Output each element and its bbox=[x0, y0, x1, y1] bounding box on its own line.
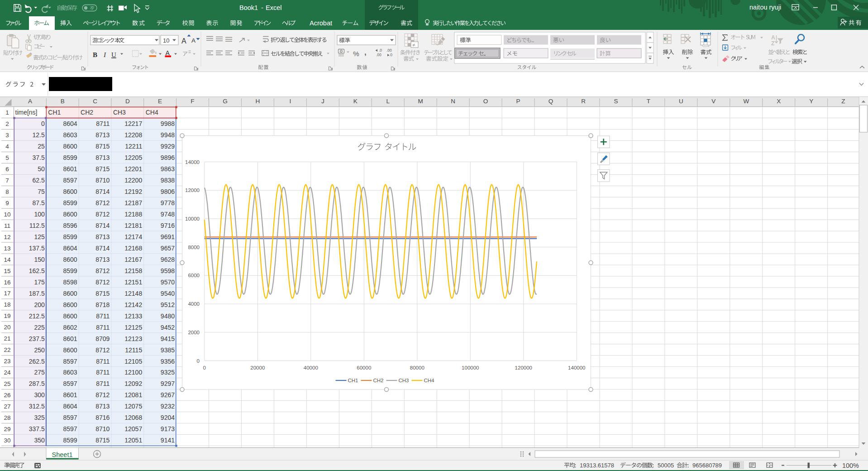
svg-text:12092: 12092 bbox=[124, 380, 142, 387]
svg-text:E: E bbox=[158, 98, 162, 105]
svg-text:8: 8 bbox=[5, 188, 9, 195]
svg-text:8713: 8713 bbox=[95, 233, 110, 240]
svg-text:8599: 8599 bbox=[63, 267, 77, 274]
svg-text:16: 16 bbox=[4, 279, 10, 286]
svg-text:A: A bbox=[191, 37, 196, 44]
svg-text:50: 50 bbox=[38, 165, 45, 173]
svg-text:H: H bbox=[256, 98, 260, 105]
svg-text:225: 225 bbox=[34, 324, 45, 331]
svg-text:M: M bbox=[418, 98, 423, 105]
svg-text:12142: 12142 bbox=[124, 301, 142, 308]
svg-text:12200: 12200 bbox=[124, 177, 142, 184]
svg-text:9: 9 bbox=[5, 200, 9, 207]
svg-text:100: 100 bbox=[34, 211, 45, 218]
svg-text:12.5: 12.5 bbox=[33, 131, 45, 139]
svg-text:12081: 12081 bbox=[124, 391, 142, 399]
svg-text:6: 6 bbox=[5, 166, 9, 173]
svg-text:12168: 12168 bbox=[124, 245, 142, 252]
svg-text:12: 12 bbox=[4, 234, 10, 240]
svg-text:8715: 8715 bbox=[95, 165, 110, 173]
svg-text:8601: 8601 bbox=[63, 391, 77, 399]
svg-text:325: 325 bbox=[34, 414, 45, 421]
svg-text:N: N bbox=[451, 98, 455, 105]
svg-text:7: 7 bbox=[5, 177, 9, 184]
svg-text:9863: 9863 bbox=[161, 165, 175, 173]
svg-text:80000: 80000 bbox=[410, 365, 424, 370]
svg-text:8712: 8712 bbox=[95, 279, 110, 286]
svg-text:12192: 12192 bbox=[124, 188, 142, 195]
svg-text:L: L bbox=[386, 98, 390, 105]
svg-text:CH3: CH3 bbox=[113, 109, 126, 116]
svg-text:CH4: CH4 bbox=[424, 378, 435, 383]
svg-text:9204: 9204 bbox=[161, 414, 175, 421]
svg-text:8604: 8604 bbox=[63, 245, 77, 252]
svg-text:8596: 8596 bbox=[63, 222, 77, 229]
svg-text:≠: ≠ bbox=[413, 42, 415, 48]
svg-text:37.5: 37.5 bbox=[33, 154, 45, 161]
svg-text:6000: 6000 bbox=[188, 273, 200, 278]
svg-text:time[ns]: time[ns] bbox=[15, 109, 38, 116]
svg-text:12051: 12051 bbox=[124, 437, 142, 444]
svg-text:U: U bbox=[679, 98, 683, 105]
svg-text:8604: 8604 bbox=[63, 120, 77, 127]
svg-text:20: 20 bbox=[4, 324, 10, 331]
svg-text:Z: Z bbox=[841, 98, 845, 105]
svg-text:8597: 8597 bbox=[63, 380, 77, 387]
svg-text:9948: 9948 bbox=[161, 131, 175, 139]
svg-text:140000: 140000 bbox=[568, 365, 585, 370]
svg-text:12000: 12000 bbox=[185, 187, 200, 193]
svg-text:350: 350 bbox=[34, 437, 45, 444]
svg-text:8712: 8712 bbox=[95, 211, 110, 218]
svg-text:9929: 9929 bbox=[161, 143, 175, 150]
svg-text:8714: 8714 bbox=[95, 222, 110, 229]
svg-text:B: B bbox=[93, 51, 97, 58]
svg-text:8711: 8711 bbox=[96, 312, 110, 320]
svg-text:X: X bbox=[777, 98, 781, 105]
svg-text:Book1: Book1 bbox=[239, 4, 258, 11]
svg-text:8713: 8713 bbox=[95, 131, 110, 139]
svg-text:9988: 9988 bbox=[161, 120, 175, 127]
svg-text:150: 150 bbox=[34, 256, 45, 263]
svg-text:9141: 9141 bbox=[161, 437, 175, 444]
svg-text:9691: 9691 bbox=[161, 233, 175, 240]
svg-text:8712: 8712 bbox=[95, 199, 110, 207]
svg-text:8600: 8600 bbox=[63, 312, 77, 320]
svg-text:287.5: 287.5 bbox=[29, 380, 45, 387]
svg-text:9540: 9540 bbox=[161, 290, 175, 297]
svg-text:40000: 40000 bbox=[304, 365, 318, 370]
svg-text:312.5: 312.5 bbox=[29, 403, 45, 410]
svg-text:17: 17 bbox=[4, 290, 10, 297]
svg-text:4: 4 bbox=[5, 143, 9, 150]
svg-text:12158: 12158 bbox=[124, 267, 142, 274]
svg-text:30: 30 bbox=[4, 437, 10, 444]
svg-text:8599: 8599 bbox=[63, 233, 77, 240]
svg-text:8710: 8710 bbox=[95, 177, 110, 184]
svg-text:R: R bbox=[581, 98, 586, 105]
svg-text:9570: 9570 bbox=[161, 279, 175, 286]
svg-text:8602: 8602 bbox=[63, 324, 77, 331]
svg-text:CH1: CH1 bbox=[348, 378, 358, 383]
svg-text:120000: 120000 bbox=[515, 365, 532, 370]
svg-text:8712: 8712 bbox=[95, 391, 110, 399]
svg-text:24: 24 bbox=[4, 369, 11, 376]
svg-text:187.5: 187.5 bbox=[29, 290, 45, 297]
svg-text:C: C bbox=[93, 98, 97, 105]
svg-text:D: D bbox=[125, 98, 130, 105]
svg-text:22: 22 bbox=[4, 346, 10, 353]
svg-text:137.5: 137.5 bbox=[29, 245, 45, 252]
svg-text:13: 13 bbox=[4, 245, 10, 252]
svg-text:F: F bbox=[191, 98, 194, 105]
svg-text:CH2: CH2 bbox=[373, 378, 384, 383]
svg-text:9480: 9480 bbox=[161, 312, 175, 320]
svg-text:75: 75 bbox=[38, 188, 45, 195]
svg-text:212.5: 212.5 bbox=[29, 312, 45, 320]
svg-text:12188: 12188 bbox=[124, 211, 142, 218]
svg-text:23: 23 bbox=[4, 358, 10, 365]
svg-text:8711: 8711 bbox=[96, 358, 110, 365]
svg-text:A: A bbox=[771, 34, 775, 41]
svg-text:50005: 50005 bbox=[658, 462, 674, 469]
svg-text:12167: 12167 bbox=[124, 256, 142, 263]
svg-text:8713: 8713 bbox=[95, 256, 110, 263]
svg-text:8711: 8711 bbox=[96, 120, 110, 127]
svg-text:K: K bbox=[353, 98, 358, 105]
